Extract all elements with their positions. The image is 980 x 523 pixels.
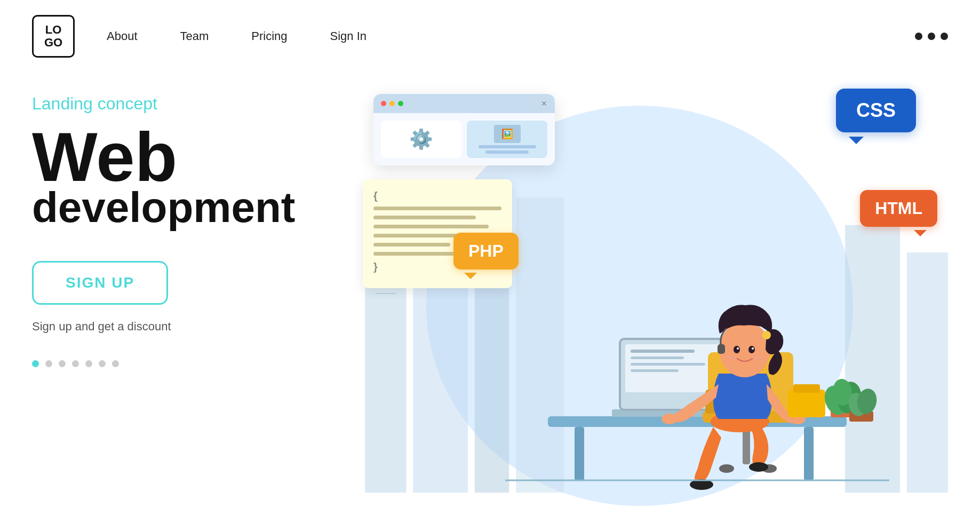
svg-rect-0: [365, 252, 406, 493]
nav-more-menu[interactable]: [915, 33, 948, 40]
discount-text: Sign up and get a discount: [32, 320, 331, 334]
svg-rect-41: [788, 390, 825, 417]
left-panel: Landing concept Web development SIGN UP …: [32, 73, 331, 523]
nav-pricing[interactable]: Pricing: [251, 29, 287, 43]
page-dot-7[interactable]: [112, 360, 119, 367]
svg-point-35: [748, 346, 755, 353]
nav-team[interactable]: Team: [180, 29, 209, 43]
window-body: ⚙️ 🖼️: [373, 113, 555, 165]
main-title-development: development: [32, 186, 331, 229]
html-badge: HTML: [860, 190, 937, 227]
svg-point-36: [737, 347, 739, 350]
character-illustration: [505, 245, 889, 512]
svg-rect-15: [631, 350, 695, 353]
concept-label: Landing concept: [32, 94, 331, 114]
window-titlebar: ✕: [373, 94, 555, 113]
page-dot-1[interactable]: [32, 360, 39, 367]
svg-rect-5: [907, 252, 948, 493]
code-line-4: [373, 234, 463, 237]
svg-point-37: [752, 347, 754, 350]
code-brace-open: {: [373, 190, 501, 202]
code-line-1: [373, 207, 501, 210]
nav-links: About Team Pricing Sign In: [107, 29, 366, 43]
illustration-wrapper: CSS HTML ✕ ⚙️ 🖼️: [331, 73, 948, 523]
svg-rect-16: [631, 356, 684, 359]
svg-rect-40: [718, 344, 725, 354]
svg-point-39: [753, 355, 762, 360]
page-dot-6[interactable]: [99, 360, 106, 367]
svg-point-38: [728, 355, 736, 360]
svg-point-29: [662, 414, 678, 424]
main-content: Landing concept Web development SIGN UP …: [0, 73, 980, 523]
svg-point-34: [734, 346, 740, 353]
svg-rect-17: [631, 363, 705, 366]
svg-rect-42: [793, 384, 820, 393]
page-dot-3[interactable]: [59, 360, 66, 367]
svg-rect-11: [804, 427, 814, 480]
logo-line1: LO: [45, 23, 62, 36]
html-badge-text: HTML: [875, 199, 922, 218]
page-dot-4[interactable]: [72, 360, 79, 367]
code-line-5: [373, 243, 450, 247]
nav-about[interactable]: About: [107, 29, 138, 43]
logo: LO GO: [32, 15, 75, 58]
css-badge-text: CSS: [856, 99, 896, 121]
logo-line2: GO: [44, 36, 62, 49]
dot-2: [928, 33, 935, 40]
dot-3: [941, 33, 948, 40]
window-expand-dot: [398, 101, 403, 106]
img-line-2: [485, 150, 529, 154]
window-minimize-dot: [389, 101, 395, 106]
illustration-panel: CSS HTML ✕ ⚙️ 🖼️: [331, 73, 948, 523]
img-line-1: [479, 145, 536, 148]
php-badge-text: PHP: [468, 241, 504, 260]
settings-icon-box: ⚙️: [381, 121, 461, 158]
window-close-dot: [381, 101, 386, 106]
svg-point-22: [719, 464, 734, 473]
dot-1: [915, 33, 922, 40]
code-line-2: [373, 216, 476, 219]
page-dot-2[interactable]: [45, 360, 52, 367]
window-close-icon: ✕: [541, 99, 547, 108]
svg-rect-18: [631, 369, 679, 372]
pagination: [32, 360, 331, 367]
svg-point-32: [719, 322, 770, 377]
svg-point-28: [749, 462, 768, 472]
image-box: 🖼️: [467, 121, 547, 158]
php-badge: PHP: [453, 233, 519, 270]
navbar: LO GO About Team Pricing Sign In: [0, 0, 980, 73]
signup-button[interactable]: SIGN UP: [32, 261, 168, 305]
css-badge: CSS: [836, 89, 916, 132]
svg-rect-10: [575, 427, 584, 480]
browser-window-card: ✕ ⚙️ 🖼️: [373, 94, 555, 165]
nav-signin[interactable]: Sign In: [330, 29, 367, 43]
svg-point-33: [762, 331, 771, 339]
page-dot-5[interactable]: [85, 360, 92, 367]
code-line-3: [373, 225, 489, 228]
main-title-web: Web: [32, 122, 331, 192]
